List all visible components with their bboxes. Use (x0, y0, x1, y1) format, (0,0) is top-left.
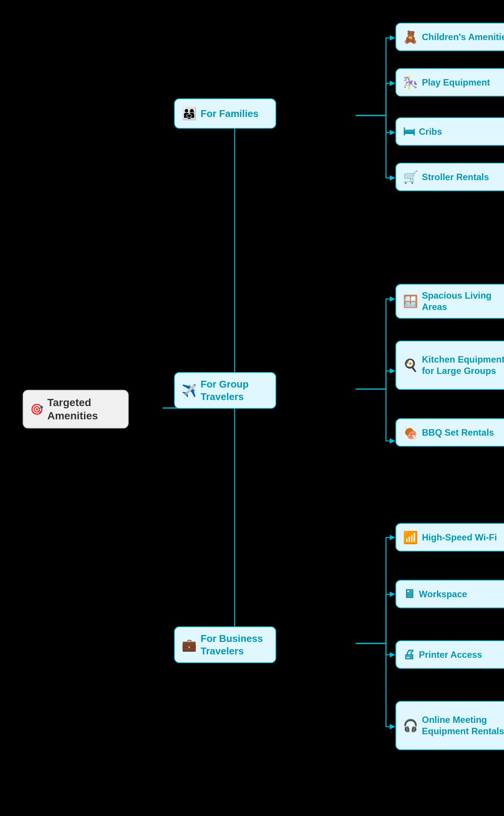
line-root-families (163, 115, 250, 408)
line-bus-printer (356, 643, 390, 655)
node-cribs: 🛏 Cribs (395, 117, 504, 146)
kitchen-label: Kitchen Equipment for Large Groups (422, 354, 504, 377)
svg-marker-10 (390, 724, 395, 729)
line-bus-wifi (356, 537, 390, 643)
node-childrens-amenities: 🧸 Children's Amenities (395, 23, 504, 51)
line-grp-bbq (356, 389, 390, 441)
target-icon: 🎯 (30, 403, 44, 416)
stroller-label: Stroller Rentals (422, 171, 489, 183)
wifi-icon: 📶 (403, 530, 418, 545)
line-fam-children (356, 38, 390, 115)
spacious-icon: 🪟 (403, 294, 418, 308)
diagram-container: 🎯 Targeted Amenities 👨‍👩‍👧 For Families … (0, 0, 504, 816)
svg-marker-0 (390, 35, 395, 40)
svg-marker-6 (390, 438, 395, 444)
workspace-icon: 🖥 (403, 587, 415, 601)
node-spacious: 🪟 Spacious Living Areas (395, 284, 504, 319)
node-kitchen: 🍳 Kitchen Equipment for Large Groups (395, 341, 504, 390)
stroller-icon: 🛒 (403, 170, 418, 184)
workspace-label: Workspace (419, 589, 467, 600)
bbq-label: BBQ Set Rentals (422, 427, 494, 438)
play-label: Play Equipment (422, 77, 490, 88)
node-online-meeting: 🎧 Online Meeting Equipment Rentals (395, 701, 504, 750)
kitchen-icon: 🍳 (403, 358, 418, 372)
bbq-icon: 🍖 (403, 425, 418, 440)
childrens-label: Children's Amenities (422, 31, 504, 43)
node-bbq: 🍖 BBQ Set Rentals (395, 418, 504, 447)
group-label: For Group Travelers (201, 378, 269, 403)
svg-marker-8 (390, 592, 395, 597)
cribs-label: Cribs (419, 126, 442, 137)
node-families: 👨‍👩‍👧 For Families (174, 98, 276, 129)
svg-marker-1 (390, 81, 395, 86)
childrens-icon: 🧸 (403, 30, 418, 44)
node-wifi: 📶 High-Speed Wi-Fi (395, 523, 504, 551)
node-root: 🎯 Targeted Amenities (23, 390, 129, 428)
cribs-icon: 🛏 (403, 125, 415, 139)
svg-marker-7 (390, 535, 395, 540)
wifi-label: High-Speed Wi-Fi (422, 532, 497, 543)
node-play-equipment: 🎠 Play Equipment (395, 68, 504, 97)
line-bus-workspace (356, 594, 390, 643)
business-icon: 💼 (182, 638, 197, 652)
families-icon: 👨‍👩‍👧 (182, 106, 197, 121)
line-root-business (163, 408, 250, 643)
node-printer: 🖨 Printer Access (395, 640, 504, 669)
node-group: ✈️ For Group Travelers (174, 372, 276, 409)
root-label: Targeted Amenities (47, 396, 121, 422)
line-grp-kitchen (356, 371, 390, 389)
play-icon: 🎠 (403, 75, 418, 90)
line-grp-spacious (356, 299, 390, 389)
business-label: For Business Travelers (201, 632, 269, 657)
node-business: 💼 For Business Travelers (174, 626, 276, 663)
line-fam-play (356, 83, 390, 115)
node-stroller: 🛒 Stroller Rentals (395, 163, 504, 191)
svg-marker-5 (390, 368, 395, 374)
printer-label: Printer Access (419, 649, 482, 660)
svg-marker-2 (390, 130, 395, 135)
line-fam-cribs (356, 115, 390, 132)
meeting-icon: 🎧 (403, 718, 418, 733)
line-bus-meeting (356, 643, 390, 727)
svg-marker-3 (390, 175, 395, 181)
families-label: For Families (201, 107, 258, 120)
node-workspace: 🖥 Workspace (395, 580, 504, 608)
group-icon: ✈️ (182, 383, 197, 398)
svg-marker-9 (390, 652, 395, 657)
line-fam-stroller (356, 115, 390, 178)
spacious-label: Spacious Living Areas (422, 290, 504, 313)
svg-marker-4 (390, 296, 395, 302)
meeting-label: Online Meeting Equipment Rentals (422, 714, 504, 737)
printer-icon: 🖨 (403, 648, 415, 662)
